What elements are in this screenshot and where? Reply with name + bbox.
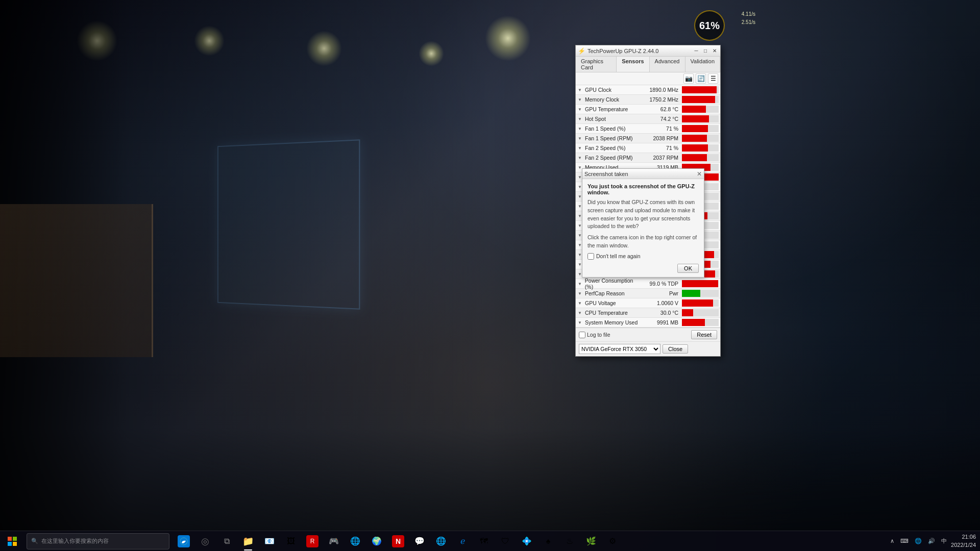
volume-icon[interactable]: 🔊 xyxy=(926,531,937,552)
taskbar-steam[interactable]: ♨ xyxy=(559,531,580,552)
taskbar-icons: ◎ ⧉ 📁 📧 🖼 R 🎮 🌐 🌍 N 💬 xyxy=(174,531,623,552)
screenshot-dialog-buttons: OK xyxy=(587,264,699,273)
dont-tell-me-checkbox[interactable] xyxy=(587,253,594,260)
screenshot-dialog-heading: You just took a screenshot of the GPU-Z … xyxy=(587,183,699,195)
taskbar-explorer[interactable]: 📁 xyxy=(238,531,258,552)
tab-validation[interactable]: Validation xyxy=(685,57,721,72)
fps-overlay: 61% xyxy=(694,10,725,41)
gpuz-icon: ⚡ xyxy=(578,47,585,55)
sensor-fan2-rpm: ▼ Fan 2 Speed (RPM) 2037 RPM xyxy=(576,153,720,163)
gpuz-gpu-row: NVIDIA GeForce RTX 3050 Close xyxy=(576,341,720,356)
tab-graphics-card[interactable]: Graphics Card xyxy=(576,57,617,72)
sensor-bar-memory-clock xyxy=(682,96,715,103)
log-to-file-text: Log to file xyxy=(587,332,610,338)
ime-text: 中 xyxy=(941,537,947,545)
fps-value: 61% xyxy=(699,20,720,32)
keyboard-icon[interactable]: ⌨ xyxy=(898,531,911,552)
taskbar-app5[interactable]: 💬 xyxy=(409,531,430,552)
svg-rect-0 xyxy=(8,537,12,541)
clock[interactable]: 21:06 2022/1/24 xyxy=(951,533,976,549)
sensor-power-consumption: ▼ Power Consumption (%) 99.0 % TDP xyxy=(576,279,720,289)
camera-button[interactable]: 📷 xyxy=(683,73,694,84)
screenshot-dialog-title-text: Screenshot taken xyxy=(584,171,628,177)
screenshot-dialog-text1: Did you know that GPU-Z comes with its o… xyxy=(587,198,699,231)
fps-stat-2: 2.51/s xyxy=(742,18,755,27)
svg-rect-1 xyxy=(13,537,17,541)
sensor-bar-gpu-clock xyxy=(682,86,717,93)
refresh-button[interactable]: 🔄 xyxy=(696,73,706,84)
network-icon[interactable]: 🌐 xyxy=(913,531,924,552)
taskbar: 🔍 在这里输入你要搜索的内容 ◎ ⧉ 📁 📧 🖼 xyxy=(0,531,980,551)
gpuz-title: TechPowerUp GPU-Z 2.44.0 xyxy=(587,48,691,54)
screenshot-ok-button[interactable]: OK xyxy=(677,264,699,273)
active-indicator xyxy=(244,549,252,550)
sensor-hot-spot: ▼ Hot Spot 74.2 °C xyxy=(576,114,720,124)
tab-advanced[interactable]: Advanced xyxy=(650,57,685,72)
log-to-file-checkbox[interactable] xyxy=(579,332,585,338)
railing-left xyxy=(0,204,153,357)
taskbar-photos[interactable]: 🖼 xyxy=(281,531,301,552)
sensor-sys-mem: ▼ System Memory Used 9991 MB xyxy=(576,318,720,328)
taskbar-app2[interactable]: 🎮 xyxy=(324,531,344,552)
dont-tell-me-label: Don't tell me again xyxy=(596,253,641,259)
windows-icon xyxy=(8,537,17,546)
screenshot-dialog-text2: Click the camera icon in the top right c… xyxy=(587,234,699,250)
taskbar-app9[interactable]: 💠 xyxy=(517,531,537,552)
taskbar-chrome[interactable]: 🌍 xyxy=(366,531,387,552)
clock-date: 2022/1/24 xyxy=(951,541,976,549)
sensor-memory-clock: ▼ Memory Clock 1750.2 MHz xyxy=(576,95,720,105)
tab-sensors[interactable]: Sensors xyxy=(617,57,649,72)
taskbar-app10[interactable]: ♠ xyxy=(538,531,558,552)
gpuz-footer: Log to file Reset xyxy=(576,328,720,341)
bottom-vignette xyxy=(0,429,980,531)
close-button[interactable]: ✕ xyxy=(711,47,718,55)
taskbar-ie[interactable]: ℯ xyxy=(452,531,473,552)
close-gpuz-button[interactable]: Close xyxy=(663,344,688,354)
taskbar-app1[interactable]: R xyxy=(302,531,323,552)
game-background xyxy=(0,0,980,551)
taskbar-app6[interactable]: 🌐 xyxy=(431,531,451,552)
dont-tell-me-row: Don't tell me again xyxy=(587,253,699,260)
taskbar-app7[interactable]: 🗺 xyxy=(474,531,494,552)
gpuz-tabs: Graphics Card Sensors Advanced Validatio… xyxy=(576,57,720,72)
sensor-dropdown[interactable]: ▼ xyxy=(578,97,584,102)
screenshot-dialog: Screenshot taken ✕ You just took a scree… xyxy=(582,168,704,278)
taskbar-taskview[interactable]: ⧉ xyxy=(216,531,237,552)
taskbar-search[interactable]: 🔍 在这里输入你要搜索的内容 xyxy=(27,533,169,549)
sensor-cpu-temp: ▼ CPU Temperature 30.0 °C xyxy=(576,308,720,318)
fps-side-stats: 4.11/s 2.51/s xyxy=(742,10,755,27)
hidden-icons-button[interactable]: ∧ xyxy=(888,531,896,552)
taskbar-edge[interactable] xyxy=(174,531,194,552)
gpu-select[interactable]: NVIDIA GeForce RTX 3050 xyxy=(579,344,660,354)
maximize-button[interactable]: □ xyxy=(702,47,709,55)
start-button[interactable] xyxy=(0,531,24,552)
sensor-dropdown[interactable]: ▼ xyxy=(578,88,584,92)
sensor-perfcap: ▼ PerfCap Reason Pwr xyxy=(576,289,720,298)
gpuz-footer-buttons: Reset xyxy=(691,330,717,339)
sensor-gpu-voltage: ▼ GPU Voltage 1.0060 V xyxy=(576,298,720,308)
sensor-fan1-pct: ▼ Fan 1 Speed (%) 71 % xyxy=(576,124,720,134)
taskbar-app12[interactable]: ⚙ xyxy=(602,531,623,552)
fps-stat-1: 4.11/s xyxy=(742,10,755,18)
log-to-file-label: Log to file xyxy=(579,332,610,338)
menu-button[interactable]: ☰ xyxy=(708,73,718,84)
svg-rect-3 xyxy=(13,542,17,546)
taskbar-app8[interactable]: 🛡 xyxy=(495,531,516,552)
clock-time: 21:06 xyxy=(951,533,976,541)
sensor-fan2-pct: ▼ Fan 2 Speed (%) 71 % xyxy=(576,143,720,153)
screenshot-dialog-close[interactable]: ✕ xyxy=(697,170,702,178)
ime-indicator[interactable]: 中 xyxy=(939,531,949,552)
gpuz-titlebar: ⚡ TechPowerUp GPU-Z 2.44.0 ─ □ ✕ xyxy=(576,45,720,57)
minimize-button[interactable]: ─ xyxy=(693,47,700,55)
taskbar-app3[interactable]: 🌐 xyxy=(345,531,365,552)
taskbar-app11[interactable]: 🌿 xyxy=(581,531,601,552)
sensor-gpu-temp: ▼ GPU Temperature 62.8 °C xyxy=(576,105,720,114)
taskbar-app4[interactable]: N xyxy=(388,531,408,552)
taskbar-mail[interactable]: 📧 xyxy=(259,531,280,552)
taskbar-cortana[interactable]: ◎ xyxy=(195,531,215,552)
reset-button[interactable]: Reset xyxy=(691,330,717,339)
edge-icon xyxy=(180,537,188,545)
search-placeholder-text: 在这里输入你要搜索的内容 xyxy=(41,537,109,545)
screenshot-dialog-titlebar: Screenshot taken ✕ xyxy=(582,169,704,179)
svg-rect-2 xyxy=(8,542,12,546)
